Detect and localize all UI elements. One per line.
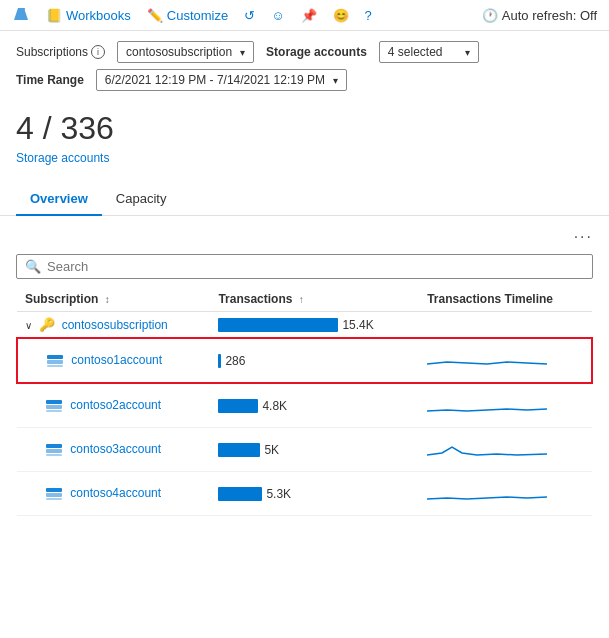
sort-icon-transactions[interactable]: ↑ [299, 294, 304, 305]
auto-refresh[interactable]: 🕐 Auto refresh: Off [482, 8, 597, 23]
time-range-value: 6/2/2021 12:19 PM - 7/14/2021 12:19 PM [105, 73, 325, 87]
account-name-cell: contoso1account [17, 338, 210, 383]
account-transactions-cell: 5K [210, 428, 419, 472]
search-icon: 🔍 [25, 259, 41, 274]
pencil-icon: ✏️ [147, 8, 163, 23]
col-transactions[interactable]: Transactions ↑ [210, 287, 419, 312]
account-transactions-cell: 4.8K [210, 383, 419, 428]
storage-accounts-dropdown[interactable]: 4 selected ▾ [379, 41, 479, 63]
transactions-value: 15.4K [342, 318, 373, 332]
help-icon: ? [365, 8, 372, 23]
bar-container: 4.8K [218, 399, 411, 413]
sort-icon-subscription[interactable]: ↕ [105, 294, 110, 305]
svg-rect-7 [46, 410, 62, 412]
account-name-cell: contoso4account [17, 472, 210, 516]
group-link[interactable]: contososubscription [62, 318, 168, 332]
transactions-value: 5K [264, 443, 279, 457]
bar-container: 5K [218, 443, 411, 457]
info-icon[interactable]: i [91, 45, 105, 59]
toolbar: 📒 Workbooks ✏️ Customize ↺ ☺ 📌 😊 ? 🕐 Aut… [0, 0, 609, 31]
tabs: Overview Capacity [0, 177, 609, 216]
refresh-button[interactable]: ↺ [244, 8, 255, 23]
bar-container: 15.4K [218, 318, 411, 332]
table-actions: ··· [16, 224, 593, 250]
summary-number: 4 / 336 [16, 109, 593, 147]
transactions-bar [218, 318, 338, 332]
subscriptions-label: Subscriptions i [16, 45, 105, 59]
summary-label[interactable]: Storage accounts [16, 151, 593, 165]
filter-row-1: Subscriptions i contososubscription ▾ St… [16, 41, 593, 63]
bar-container: 286 [218, 354, 411, 368]
svg-rect-2 [47, 355, 63, 359]
col-subscription[interactable]: Subscription ↕ [17, 287, 210, 312]
svg-rect-5 [46, 400, 62, 404]
pin-button[interactable]: 📌 [301, 8, 317, 23]
account-timeline-cell [419, 428, 592, 472]
data-table: Subscription ↕ Transactions ↑ Transactio… [16, 287, 593, 516]
more-options-button[interactable]: ··· [574, 228, 593, 246]
transactions-bar [218, 443, 260, 457]
col-timeline: Transactions Timeline [419, 287, 592, 312]
person-icon-button[interactable]: ☺ [271, 8, 284, 23]
storage-icon [45, 399, 63, 413]
workbooks-button[interactable]: 📒 Workbooks [46, 8, 131, 23]
storage-accounts-value: 4 selected [388, 45, 443, 59]
filters: Subscriptions i contososubscription ▾ St… [0, 31, 609, 97]
svg-rect-3 [47, 360, 63, 364]
svg-rect-9 [46, 449, 62, 453]
account-link[interactable]: contoso4account [70, 486, 161, 500]
storage-icon [45, 487, 63, 501]
search-input[interactable] [47, 259, 584, 274]
refresh-icon: ↺ [244, 8, 255, 23]
chevron-down-icon: ▾ [240, 47, 245, 58]
group-name-cell: ∨ 🔑 contososubscription [17, 312, 210, 339]
svg-rect-10 [46, 454, 62, 456]
time-range-dropdown[interactable]: 6/2/2021 12:19 PM - 7/14/2021 12:19 PM ▾ [96, 69, 347, 91]
chevron-down-icon: ▾ [333, 75, 338, 86]
transactions-bar [218, 487, 262, 501]
account-link[interactable]: contoso3account [70, 442, 161, 456]
svg-rect-4 [47, 365, 63, 367]
account-name-cell: contoso2account [17, 383, 210, 428]
account-link[interactable]: contoso2account [70, 398, 161, 412]
auto-refresh-label: Auto refresh: Off [502, 8, 597, 23]
azure-icon [12, 6, 30, 24]
table-row: contoso1account 286 [17, 338, 592, 383]
svg-rect-12 [46, 493, 62, 497]
svg-rect-11 [46, 488, 62, 492]
tab-overview[interactable]: Overview [16, 185, 102, 216]
customize-button[interactable]: ✏️ Customize [147, 8, 228, 23]
collapse-icon[interactable]: ∨ [25, 320, 32, 331]
transactions-value: 4.8K [262, 399, 287, 413]
help-button[interactable]: ? [365, 8, 372, 23]
account-timeline-cell [419, 472, 592, 516]
table-row: contoso4account 5.3K [17, 472, 592, 516]
workbooks-icon: 📒 [46, 8, 62, 23]
table-row: contoso3account 5K [17, 428, 592, 472]
table-row: ∨ 🔑 contososubscription 15.4K [17, 312, 592, 339]
table-row: contoso2account 4.8K [17, 383, 592, 428]
transactions-bar [218, 354, 221, 368]
svg-rect-6 [46, 405, 62, 409]
tab-capacity[interactable]: Capacity [102, 185, 181, 216]
svg-rect-8 [46, 444, 62, 448]
subscriptions-value: contososubscription [126, 45, 232, 59]
transactions-value: 286 [225, 354, 245, 368]
chevron-down-icon: ▾ [465, 47, 470, 58]
emoji-icon: 😊 [333, 8, 349, 23]
group-timeline-cell [419, 312, 592, 339]
filter-row-2: Time Range 6/2/2021 12:19 PM - 7/14/2021… [16, 69, 593, 91]
account-name-cell: contoso3account [17, 428, 210, 472]
account-link[interactable]: contoso1account [71, 353, 162, 367]
storage-icon [46, 354, 64, 368]
group-transactions-cell: 15.4K [210, 312, 419, 339]
emoji-button[interactable]: 😊 [333, 8, 349, 23]
workbooks-label: Workbooks [66, 8, 131, 23]
subscriptions-dropdown[interactable]: contososubscription ▾ [117, 41, 254, 63]
summary: 4 / 336 Storage accounts [0, 97, 609, 169]
account-transactions-cell: 5.3K [210, 472, 419, 516]
svg-rect-13 [46, 498, 62, 500]
time-range-label: Time Range [16, 73, 84, 87]
clock-icon: 🕐 [482, 8, 498, 23]
person-icon: ☺ [271, 8, 284, 23]
